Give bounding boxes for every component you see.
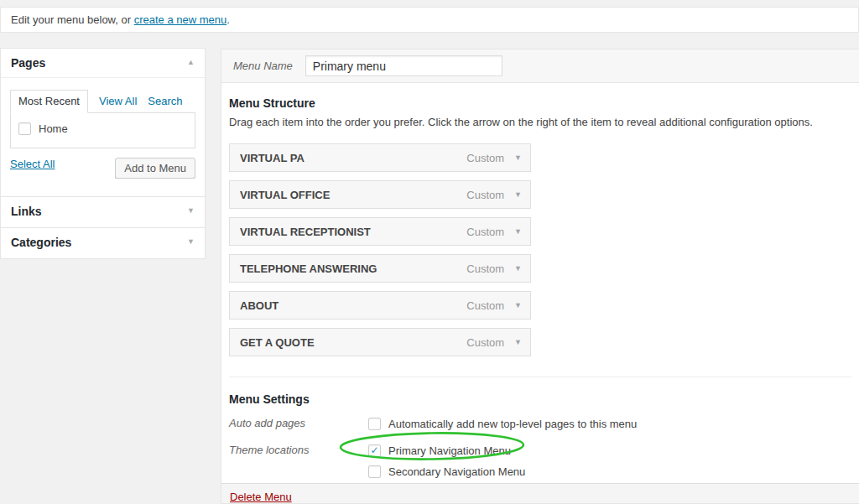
- menu-items: VIRTUAL PACustom▼VIRTUAL OFFICECustom▼VI…: [229, 143, 851, 356]
- sidebar: Pages ▲ Most RecentView AllSearch Home S…: [0, 49, 206, 259]
- chevron-down-icon[interactable]: ▼: [514, 227, 522, 236]
- menu-item-virtual-office[interactable]: VIRTUAL OFFICECustom▼: [229, 180, 531, 209]
- auto-add-checkbox[interactable]: [368, 418, 381, 430]
- add-to-menu-button[interactable]: Add to Menu: [115, 158, 195, 179]
- filter-tabs: Most RecentView AllSearch: [10, 90, 195, 112]
- menu-item-type: Custom: [466, 336, 504, 349]
- menu-name-label: Menu Name: [233, 60, 293, 72]
- collapsed-panels: Links▼Categories▼: [0, 196, 206, 259]
- menu-settings-rows: Auto add pages Automatically add new top…: [229, 416, 851, 485]
- create-new-menu-link[interactable]: create a new menu: [134, 13, 227, 26]
- auto-add-options: Automatically add new top-level pages to…: [368, 416, 637, 437]
- tab-most-recent[interactable]: Most Recent: [10, 90, 88, 113]
- menu-item-label: VIRTUAL PA: [240, 152, 466, 164]
- pages-panel: Pages ▲ Most RecentView AllSearch Home S…: [0, 48, 206, 197]
- theme-location-label: Secondary Navigation Menu: [388, 465, 525, 478]
- theme-locations-row: Theme locations ✓Primary Navigation Menu…: [229, 443, 851, 485]
- auto-add-row: Auto add pages Automatically add new top…: [229, 416, 851, 437]
- select-all-link[interactable]: Select All: [10, 158, 55, 170]
- menu-item-type: Custom: [466, 189, 504, 201]
- menu-item-type: Custom: [466, 226, 504, 238]
- notice-suffix: .: [226, 13, 230, 26]
- menu-item-label: VIRTUAL OFFICE: [240, 189, 466, 201]
- menu-editor-panel: Menu Name Menu Structure Drag each item …: [221, 49, 859, 504]
- page-list: Home: [10, 112, 195, 148]
- links-panel: Links▼: [0, 196, 206, 228]
- pages-actions: Select All Add to Menu: [10, 158, 195, 179]
- menu-item-type: Custom: [466, 262, 504, 275]
- menu-item-label: GET A QUOTE: [240, 336, 466, 349]
- auto-add-label: Auto add pages: [229, 416, 368, 437]
- menu-item-label: ABOUT: [240, 299, 466, 312]
- menu-item-label: TELEPHONE ANSWERING: [240, 262, 466, 275]
- menu-name-input[interactable]: [305, 55, 502, 76]
- pages-panel-title: Pages: [11, 56, 45, 70]
- notice-text: Edit your menu below, or: [11, 13, 134, 26]
- menu-item-telephone-answering[interactable]: TELEPHONE ANSWERINGCustom▼: [229, 254, 531, 283]
- links-panel-title: Links: [11, 205, 42, 218]
- menu-structure-title: Menu Structure: [229, 96, 851, 110]
- panel-footer: Delete Menu: [221, 483, 859, 503]
- page-item-label: Home: [39, 122, 68, 135]
- notice-bar: Edit your menu below, or create a new me…: [0, 7, 859, 33]
- theme-location-row-primary-navigation-menu: ✓Primary Navigation Menu: [368, 443, 525, 458]
- theme-location-label: Primary Navigation Menu: [388, 444, 511, 457]
- chevron-down-icon[interactable]: ▼: [514, 190, 522, 199]
- categories-panel-title: Categories: [11, 236, 71, 249]
- menu-structure-description: Drag each item into the order you prefer…: [229, 116, 851, 128]
- menu-item-about[interactable]: ABOUTCustom▼: [229, 291, 531, 320]
- menu-settings-title: Menu Settings: [229, 392, 851, 406]
- menu-item-type: Custom: [466, 299, 504, 312]
- theme-location-checkbox-primary-navigation-menu[interactable]: ✓: [368, 444, 381, 457]
- chevron-down-icon[interactable]: ▼: [514, 301, 522, 309]
- chevron-down-icon[interactable]: ▼: [514, 338, 522, 346]
- tab-view-all[interactable]: View All: [99, 95, 137, 107]
- auto-add-option-label: Automatically add new top-level pages to…: [388, 418, 637, 430]
- pages-panel-body: Most RecentView AllSearch Home Select Al…: [1, 78, 205, 189]
- menu-item-label: VIRTUAL RECEPTIONIST: [240, 226, 466, 238]
- tab-search[interactable]: Search: [148, 95, 182, 107]
- categories-panel-header[interactable]: Categories▼: [1, 228, 205, 258]
- chevron-down-icon[interactable]: ▼: [187, 237, 195, 246]
- menu-name-bar: Menu Name: [221, 49, 859, 83]
- page-list-item: Home: [18, 122, 187, 135]
- links-panel-header[interactable]: Links▼: [1, 197, 205, 227]
- menu-item-get-a-quote[interactable]: GET A QUOTECustom▼: [229, 328, 531, 356]
- menu-structure-section: Menu Structure Drag each item into the o…: [221, 96, 859, 485]
- delete-menu-link[interactable]: Delete Menu: [230, 491, 292, 503]
- theme-location-row-secondary-navigation-menu: Secondary Navigation Menu: [368, 464, 525, 479]
- theme-location-checkbox-secondary-navigation-menu[interactable]: [368, 465, 381, 478]
- theme-locations-options: ✓Primary Navigation MenuSecondary Naviga…: [368, 443, 525, 485]
- toggle-up-icon[interactable]: ▲: [187, 58, 195, 66]
- chevron-down-icon[interactable]: ▼: [514, 264, 522, 273]
- page-item-checkbox-home[interactable]: [18, 122, 31, 135]
- menu-item-virtual-pa[interactable]: VIRTUAL PACustom▼: [229, 143, 531, 172]
- chevron-down-icon[interactable]: ▼: [514, 153, 522, 162]
- pages-panel-header[interactable]: Pages ▲: [1, 49, 205, 78]
- check-icon: ✓: [370, 445, 378, 455]
- theme-locations-label: Theme locations: [229, 443, 368, 485]
- auto-add-option-row: Automatically add new top-level pages to…: [368, 416, 637, 431]
- menu-item-virtual-receptionist[interactable]: VIRTUAL RECEPTIONISTCustom▼: [229, 217, 531, 246]
- section-divider: [229, 377, 851, 377]
- chevron-down-icon[interactable]: ▼: [187, 206, 195, 215]
- categories-panel: Categories▼: [0, 227, 206, 259]
- menu-item-type: Custom: [466, 152, 504, 164]
